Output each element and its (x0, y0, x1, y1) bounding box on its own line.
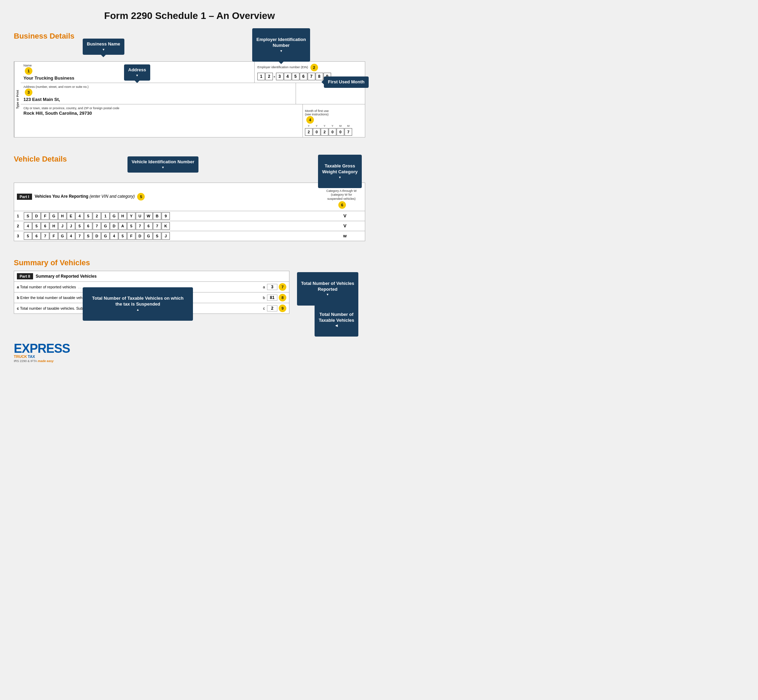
address-value: 123 East Main St, (23, 97, 293, 102)
logo-express: EXPRESS (14, 341, 70, 356)
vehicle-form: Part I Vehicles You Are Reporting (enter… (14, 183, 365, 241)
logo-truck: TRUCK (14, 355, 27, 359)
summary-form-header: Part II Summary of Reported Vehicles (14, 271, 289, 282)
logo-tagline: IRS 2290 & IFTA made easy (14, 359, 70, 363)
badge-6: 6 (338, 201, 346, 209)
part1-badge: Part I (17, 194, 32, 200)
part2-title: Summary of Reported Vehicles (36, 274, 97, 279)
badge-9: 9 (279, 305, 286, 312)
month-d2: 0 (313, 128, 320, 136)
month-d1: 2 (305, 128, 313, 136)
part1-title: Vehicles You Are Reporting (enter VIN an… (35, 193, 318, 200)
ein-label: Employer identification number (EIN) 2 (257, 64, 362, 71)
business-section-title: Business Details (14, 32, 365, 41)
row-b-letter: b (258, 295, 265, 300)
ein-digit-5: 5 (292, 73, 299, 80)
vin-boxes-1: SDFGHE4521GHYUWB9 (24, 212, 326, 220)
month-digit-row: 2 0 2 0 0 7 (305, 128, 363, 136)
business-details-section: Business Details Business Name ▼ Employe… (14, 32, 365, 138)
vin-boxes-2: 456HJJ567GDA5767K (24, 222, 326, 230)
ein-digit-6: 6 (300, 73, 307, 80)
summary-section: Summary of Vehicles Total Number of Vehi… (14, 258, 365, 314)
vin-row3-cat: w (328, 233, 362, 238)
first-used-month-callout: First Used Month ◀ (324, 77, 369, 88)
ein-digit-2: 2 (265, 73, 273, 80)
badge-2: 2 (311, 64, 318, 71)
address-label: Address (number, street, and room or sui… (23, 85, 293, 89)
month-field: Month of first use (see instructions) 4 … (303, 105, 365, 137)
page-title: Form 2290 Schedule 1 – An Overview (14, 10, 365, 21)
ein-dash: - (274, 74, 275, 79)
summary-section-title: Summary of Vehicles (14, 258, 365, 267)
address-callout: Address ▼ (124, 64, 150, 81)
vin-row1-cat: V (328, 213, 362, 219)
vehicle-details-section: Vehicle Details Vehicle Identification N… (14, 155, 365, 241)
vehicle-form-header: Part I Vehicles You Are Reporting (enter… (14, 183, 365, 211)
month-d5: 0 (337, 128, 344, 136)
row-c-value: 2 (267, 305, 277, 311)
vin-row3-num: 3 (17, 234, 22, 238)
month-d4: 0 (329, 128, 336, 136)
vin-callout: Vehicle Identification Number ▼ (128, 156, 198, 173)
badge-5: 5 (137, 193, 145, 200)
month-d6: 7 (345, 128, 352, 136)
suspended-callout: Total Number of Taxable Vehicles on whic… (83, 287, 193, 321)
month-label: Month of first use (see instructions) 4 (305, 106, 363, 123)
city-field: City or town, state or province, country… (21, 105, 303, 137)
city-label: City or town, state or province, country… (23, 106, 300, 110)
ein-digit-8: 8 (316, 73, 323, 80)
vin-row2-cat: V (328, 223, 362, 228)
month-letter-row: Y Y Y Y M M (305, 124, 363, 127)
part2-badge: Part II (17, 273, 33, 280)
vin-row-1: 1 SDFGHE4521GHYUWB9 V (14, 211, 365, 221)
ein-callout: Employer Identification Number ▼ (252, 28, 310, 62)
vin-row2-num: 2 (17, 224, 22, 228)
tax-gross-callout: Taxable Gross Weight Category ▼ (318, 155, 362, 188)
type-or-print-label: Type or Print (14, 62, 21, 137)
row-a-value: 3 (267, 284, 277, 290)
row-c-letter: c (258, 306, 265, 310)
logo: EXPRESS TRUCK TAX IRS 2290 & IFTA made e… (14, 341, 70, 363)
vin-row1-num: 1 (17, 214, 22, 218)
ein-digit-3: 3 (276, 73, 284, 80)
ein-digit-4: 4 (284, 73, 291, 80)
vin-row-2: 2 456HJJ567GDA5767K V (14, 221, 365, 231)
address-field: Address (number, street, and room or sui… (21, 83, 296, 104)
ein-digit-1: 1 (257, 73, 265, 80)
month-d3: 2 (321, 128, 328, 136)
logo-tax: TAX (28, 355, 35, 359)
vin-row-3: 3 567FG47SDG45FDGSJ w (14, 231, 365, 241)
row-b-value: 81 (267, 295, 277, 301)
business-name-callout: Business Name ▼ (83, 39, 124, 55)
total-reported-callout: Total Number of Vehicles Reported ▼ (297, 272, 358, 306)
logo-area: EXPRESS TRUCK TAX IRS 2290 & IFTA made e… (14, 341, 365, 363)
badge-3: 3 (25, 89, 32, 96)
city-value: Rock Hill, South Carolina, 29730 (23, 111, 300, 116)
row-a-letter: a (258, 285, 265, 289)
total-taxable-callout: Total Number of Taxable Vehicles ◀ (314, 303, 358, 337)
badge-4: 4 (306, 116, 314, 123)
business-form: Type or Print Name 1 Your Trucking Busin… (14, 61, 365, 138)
badge-1: 1 (25, 67, 32, 75)
vin-boxes-3: 567FG47SDG45FDGSJ (24, 232, 326, 240)
badge-8: 8 (279, 294, 286, 302)
badge-7: 7 (279, 283, 286, 291)
ein-digit-7: 7 (308, 73, 315, 80)
